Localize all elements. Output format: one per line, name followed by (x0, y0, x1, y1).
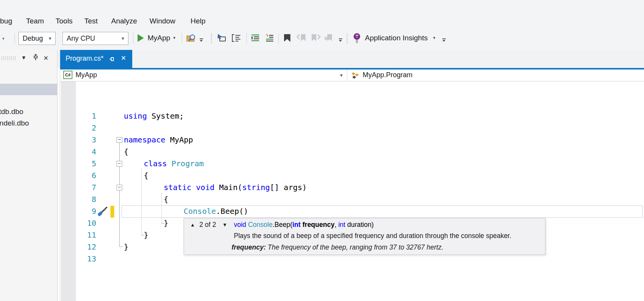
code-line-2[interactable]: 2 (60, 122, 644, 134)
toggle-bookmark-icon[interactable] (281, 32, 293, 44)
server-explorer-panel: ▼ ✕ stdb.dboondeli.dbo (0, 50, 58, 301)
line-number: 7 (72, 182, 96, 194)
toolbar-option-overflow[interactable] (199, 38, 204, 43)
platform-dropdown[interactable]: Any CPU ▼ (62, 32, 128, 45)
member-list-icon[interactable] (216, 32, 227, 44)
chevron-down-icon[interactable]: ▾ (2, 36, 5, 41)
code-line-5[interactable]: 5−class Program (60, 158, 644, 170)
project-dropdown[interactable]: C# MyApp ▼ (60, 69, 346, 81)
code-token: { (164, 195, 168, 204)
code-token: duration) (345, 221, 374, 228)
code-token: void (196, 183, 214, 192)
app-insights-label[interactable]: Application Insights (365, 34, 428, 42)
code-token: Console (248, 221, 273, 228)
line-number: 5 (72, 158, 96, 170)
next-bookmark-icon[interactable] (310, 32, 321, 44)
panel-menu-chevron-icon[interactable]: ▼ (21, 55, 26, 61)
code-token: } (164, 218, 168, 228)
parameter-text: The frequency of the beep, ranging from … (266, 243, 443, 251)
line-number: 12 (72, 241, 96, 253)
panel-grip[interactable] (1, 56, 16, 61)
pin-icon[interactable] (109, 56, 115, 62)
chevron-down-icon[interactable]: ▾ (173, 35, 176, 40)
line-number: 11 (72, 229, 96, 241)
line-number: 13 (72, 253, 96, 265)
tree-item[interactable]: ondeli.dbo (0, 119, 29, 127)
chevron-down-icon[interactable]: ▾ (433, 35, 435, 40)
tree-item[interactable]: stdb.dbo (0, 108, 23, 116)
code-token: int (292, 221, 301, 228)
signature-up-arrow[interactable]: ▲ (190, 222, 195, 228)
application-insights-lightbulb-icon[interactable] (351, 32, 363, 44)
parameter-info-icon[interactable] (230, 32, 242, 44)
code-line-7[interactable]: 7−static void Main(string[] args) (60, 182, 644, 194)
find-in-files-icon[interactable] (186, 32, 197, 44)
start-debugging-button[interactable] (135, 32, 146, 44)
line-number: 8 (72, 194, 96, 205)
menu-item-analyze[interactable]: Analyze (111, 17, 137, 25)
close-icon[interactable]: ✕ (43, 55, 48, 62)
chevron-down-icon: ▼ (339, 73, 343, 78)
line-number: 1 (72, 110, 96, 122)
increase-indent-icon[interactable] (264, 32, 275, 44)
configuration-dropdown[interactable]: Debug ▼ (18, 32, 56, 45)
code-line-8[interactable]: 8{ (60, 194, 644, 205)
signature-down-arrow[interactable]: ▼ (222, 222, 227, 228)
class-icon (350, 71, 360, 80)
tab-program-cs[interactable]: Program.cs* ✕ (60, 50, 132, 68)
toolbar-grip[interactable] (346, 33, 348, 44)
toolbar-separator (278, 33, 279, 44)
menu-item-test[interactable]: Test (84, 17, 98, 25)
menu-item-help[interactable]: Help (191, 17, 205, 25)
code-token: { (144, 171, 148, 180)
chevron-down-icon: ▼ (121, 32, 125, 45)
code-token: .Beep() (216, 207, 248, 216)
menu-item-window[interactable]: Window (150, 17, 176, 25)
line-number: 2 (72, 122, 96, 134)
play-icon (138, 34, 144, 42)
clear-bookmarks-icon[interactable] (323, 32, 335, 44)
code-line-9[interactable]: 9Console.Beep() (60, 205, 644, 217)
code-token: System; (147, 111, 184, 121)
toolbar-grip[interactable] (210, 33, 213, 44)
code-text: namespace MyApp (124, 134, 193, 146)
code-editor[interactable]: 1using System;23−namespace MyApp4{5−clas… (60, 81, 644, 301)
menu-item-tools[interactable]: Tools (56, 17, 72, 25)
selected-row-highlight[interactable] (0, 84, 58, 95)
code-line-6[interactable]: 6{ (60, 170, 644, 182)
code-text: using System; (124, 110, 184, 122)
collapse-region-icon[interactable]: − (117, 137, 122, 143)
toolbar-option-overflow[interactable] (338, 38, 343, 43)
code-text: { (144, 170, 148, 182)
csharp-project-icon: C# (63, 71, 72, 79)
code-token: , (335, 221, 338, 228)
code-token (191, 183, 196, 192)
code-token: Program (171, 159, 204, 168)
toolbar-option-overflow[interactable] (442, 38, 446, 43)
code-text: } (144, 229, 148, 241)
code-text: class Program (144, 158, 204, 170)
code-line-3[interactable]: 3−namespace MyApp (60, 134, 644, 146)
member-dropdown[interactable]: MyApp.Program (347, 69, 642, 81)
code-text: } (164, 217, 168, 229)
code-token: static (164, 183, 191, 192)
toolbar-separator (133, 33, 133, 44)
decrease-indent-icon[interactable] (250, 32, 261, 44)
previous-bookmark-icon[interactable] (296, 32, 307, 44)
code-line-1[interactable]: 1using System; (60, 110, 644, 122)
code-token: .Beep( (273, 221, 292, 228)
code-token: void (234, 221, 248, 228)
code-text: { (124, 146, 128, 158)
menu-item-bug[interactable]: bug (0, 17, 12, 25)
menu-item-team[interactable]: Team (26, 17, 44, 25)
code-token: class (144, 159, 167, 168)
code-token (167, 159, 171, 168)
close-icon[interactable]: ✕ (121, 54, 126, 62)
code-token: Main( (214, 183, 242, 192)
pin-icon[interactable] (33, 54, 38, 61)
project-dropdown-value: MyApp (76, 71, 97, 79)
collapse-region-icon[interactable]: − (117, 161, 122, 167)
code-line-4[interactable]: 4{ (60, 146, 644, 158)
start-button-label[interactable]: MyApp (148, 34, 170, 42)
collapse-region-icon[interactable]: − (117, 185, 122, 190)
